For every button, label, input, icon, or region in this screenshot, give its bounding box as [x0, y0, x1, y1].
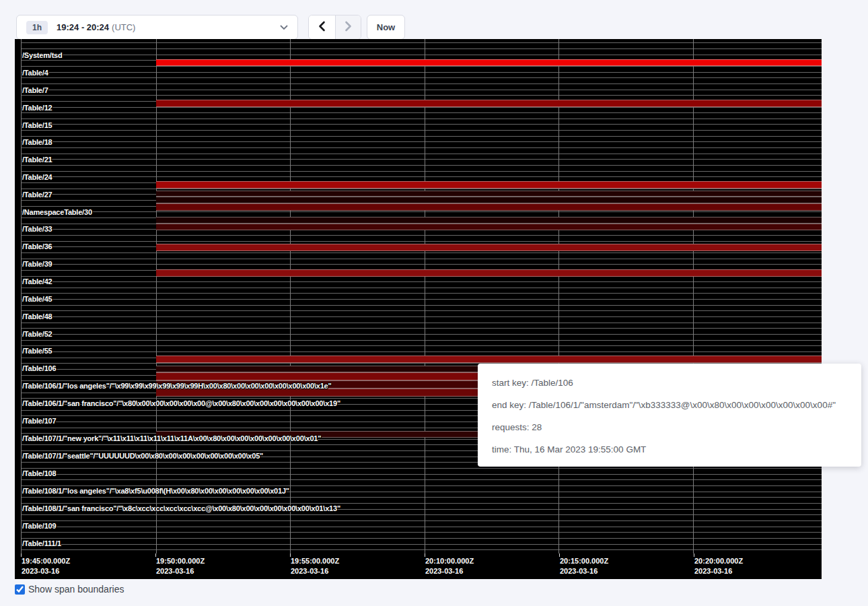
row-key-label: /Table/4 — [22, 69, 48, 77]
now-button[interactable]: Now — [367, 15, 405, 40]
heatmap-band — [156, 181, 822, 189]
span-boundary-line — [21, 90, 822, 90]
axis-time-label: 20:10:00.000Z2023-03-16 — [425, 556, 474, 576]
span-boundary-line — [21, 136, 822, 137]
row-key-label: /Table/108 — [22, 469, 56, 477]
span-boundary-line — [21, 281, 822, 282]
time-gridline — [693, 39, 694, 553]
heatmap-band — [156, 203, 822, 211]
time-range-dropdown[interactable]: 1h 19:24 - 20:24 (UTC) — [16, 15, 298, 40]
heatmap-band — [156, 224, 822, 230]
axis-time-label: 20:20:00.000Z2023-03-16 — [694, 556, 743, 576]
span-boundary-line — [21, 345, 822, 346]
span-boundary-line — [21, 130, 822, 131]
row-key-label: /Table/24 — [22, 173, 52, 181]
span-boundary-line — [21, 497, 822, 498]
row-key-label: /Table/21 — [22, 156, 52, 164]
span-boundary-line — [21, 259, 822, 259]
row-key-label: /Table/12 — [22, 104, 52, 112]
row-key-label: /System/tsd — [22, 51, 63, 59]
span-boundary-line — [21, 479, 822, 480]
row-key-label: /Table/48 — [22, 312, 52, 321]
span-boundary-line — [21, 66, 822, 67]
row-key-label: /Table/33 — [22, 225, 52, 233]
span-boundary-line — [21, 316, 822, 317]
axis-time-label: 19:55:00.000Z2023-03-16 — [291, 556, 339, 576]
span-boundary-line — [21, 235, 822, 236]
span-boundary-line — [21, 520, 822, 521]
span-boundary-line — [21, 503, 822, 504]
heatmap-band — [156, 244, 822, 251]
span-boundary-line — [21, 176, 822, 177]
span-boundary-line — [21, 334, 822, 335]
row-key-label: /Table/106/1/"los angeles"/"\x99\x99\x99… — [22, 382, 332, 390]
span-boundary-line — [21, 293, 822, 294]
row-key-label: /Table/39 — [22, 260, 52, 268]
span-boundary-line — [21, 340, 822, 341]
heatmap-band — [156, 217, 822, 224]
axis-time-label: 20:15:00.000Z2023-03-16 — [560, 556, 608, 576]
row-key-label: /Table/52 — [22, 330, 52, 338]
row-key-label: /Table/108/1/"los angeles"/"\xa8\xf5\u00… — [22, 487, 289, 495]
span-boundary-line — [21, 305, 822, 306]
previous-interval-button[interactable] — [309, 15, 335, 39]
row-key-label: /NamespaceTable/30 — [22, 208, 92, 216]
row-key-label: /Table/15 — [22, 121, 52, 129]
span-boundary-line — [21, 112, 822, 113]
heatmap-band — [156, 59, 822, 66]
heatmap-band — [156, 356, 822, 363]
row-key-label: /Table/107 — [22, 417, 56, 425]
row-key-label: /Table/111/1 — [22, 539, 61, 547]
row-key-label: /Table/45 — [22, 295, 52, 303]
span-boundary-line — [21, 323, 822, 323]
span-boundary-line — [21, 159, 822, 160]
show-span-boundaries-checkbox[interactable] — [15, 584, 25, 595]
show-span-boundaries-row[interactable]: Show span boundaries — [15, 584, 124, 595]
show-span-boundaries-label: Show span boundaries — [28, 584, 124, 595]
span-boundary-line — [21, 83, 822, 84]
span-boundary-line — [21, 485, 822, 486]
row-key-label: /Table/55 — [22, 347, 52, 355]
chevron-right-icon — [344, 21, 353, 34]
span-boundary-line — [21, 527, 822, 527]
span-boundary-line — [21, 95, 822, 96]
span-boundary-line — [21, 171, 822, 172]
tooltip-time: time: Thu, 16 Mar 2023 19:55:00 GMT — [492, 443, 847, 457]
row-key-label: /Table/42 — [22, 277, 52, 285]
row-key-label: /Table/108/1/"san francisco"/"\x8c\xcc\x… — [22, 504, 340, 512]
span-boundary-line — [21, 147, 822, 148]
row-key-label: /Table/109 — [22, 522, 56, 530]
row-key-label: /Table/18 — [22, 138, 52, 146]
span-boundary-line — [21, 211, 822, 212]
span-boundary-line — [21, 549, 822, 550]
span-boundary-line — [21, 55, 822, 55]
span-boundary-line — [21, 141, 822, 142]
span-boundary-line — [21, 299, 822, 300]
span-boundary-line — [21, 252, 822, 253]
span-boundary-line — [21, 119, 822, 119]
heatmap-band — [156, 197, 822, 203]
hover-tooltip: start key: /Table/106 end key: /Table/10… — [478, 364, 861, 467]
heatmap-band — [156, 100, 822, 107]
row-key-label: /Table/107/1/"new york"/"\x11\x11\x11\x1… — [22, 434, 321, 442]
tooltip-start-key: start key: /Table/106 — [492, 376, 847, 390]
span-boundary-line — [21, 241, 822, 242]
span-boundary-line — [21, 42, 822, 43]
heatmap-band — [156, 269, 822, 277]
time-gridline — [290, 39, 291, 553]
time-gridline — [21, 39, 22, 553]
key-visualizer-heatmap[interactable]: /System/tsd/Table/4/Table/7/Table/12/Tab… — [15, 39, 822, 579]
row-key-label: /Table/36 — [22, 242, 52, 250]
span-boundary-line — [21, 264, 822, 265]
next-interval-button[interactable] — [335, 15, 361, 39]
span-boundary-line — [21, 165, 822, 166]
row-key-label: /Table/107/1/"seattle"/"UUUUUUD\x00\x80\… — [22, 452, 263, 460]
span-boundary-line — [21, 532, 822, 533]
key-visualizer-page: 1h 19:24 - 20:24 (UTC) Now /System/tsd/T… — [0, 0, 868, 606]
span-boundary-line — [21, 544, 822, 545]
span-boundary-line — [21, 77, 822, 78]
time-gridline — [425, 39, 425, 553]
axis-time-label: 19:50:00.000Z2023-03-16 — [156, 556, 205, 576]
span-boundary-line — [21, 468, 822, 469]
chevron-down-icon — [280, 25, 288, 30]
